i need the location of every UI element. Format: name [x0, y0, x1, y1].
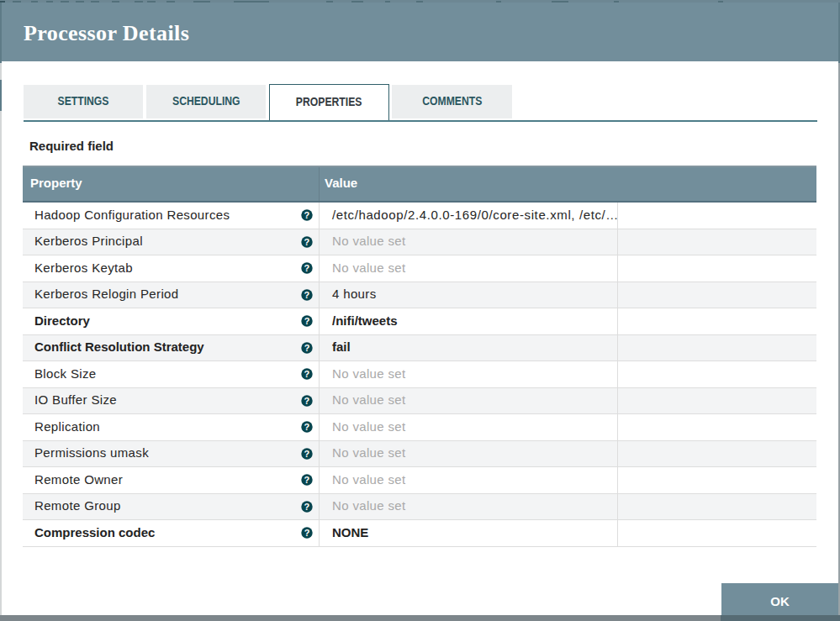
- svg-text:?: ?: [304, 395, 309, 405]
- svg-text:?: ?: [304, 369, 309, 379]
- svg-text:?: ?: [304, 342, 310, 352]
- svg-text:?: ?: [304, 475, 309, 485]
- svg-text:?: ?: [304, 528, 310, 538]
- svg-text:?: ?: [304, 210, 309, 220]
- svg-text:?: ?: [304, 263, 309, 273]
- svg-text:?: ?: [304, 448, 309, 458]
- svg-text:?: ?: [304, 289, 309, 299]
- svg-text:?: ?: [304, 236, 309, 246]
- svg-text:?: ?: [304, 501, 309, 511]
- svg-text:?: ?: [304, 316, 310, 326]
- svg-text:?: ?: [304, 422, 309, 432]
